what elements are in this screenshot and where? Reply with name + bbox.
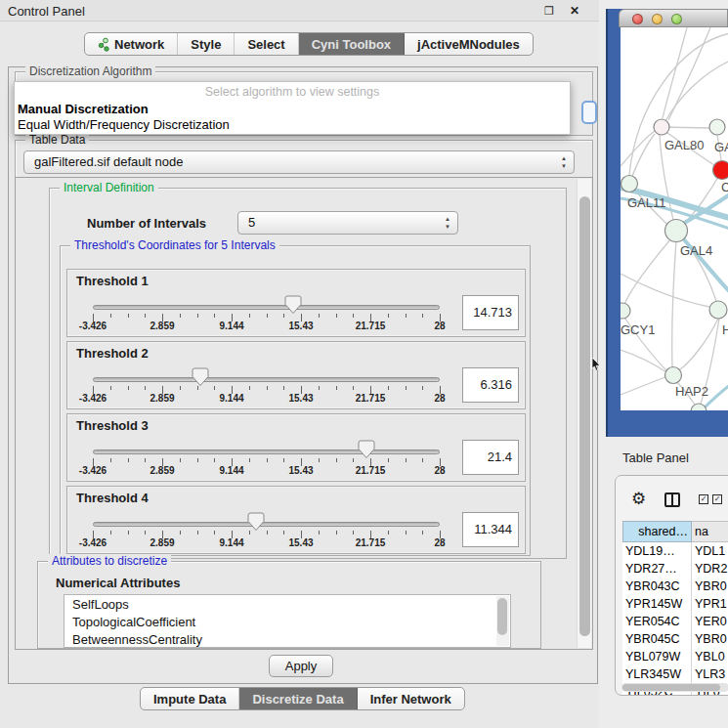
table-data-combobox[interactable]: galFiltered.sif default node ▲▼: [23, 150, 575, 174]
tab-style[interactable]: Style: [178, 33, 235, 55]
group-title: Attributes to discretize: [48, 554, 171, 568]
slider-tick: [145, 531, 146, 535]
table-row[interactable]: YLR345WYLR3: [622, 665, 728, 683]
tab-cyni-toolbox[interactable]: Cyni Toolbox: [299, 33, 405, 55]
table-horizontal-scrollbar[interactable]: [621, 683, 728, 692]
split-panel-icon[interactable]: [664, 492, 680, 507]
table-cell: YER054C: [622, 613, 692, 630]
network-window-titlebar[interactable]: [619, 9, 728, 27]
checkbox-icon[interactable]: ✓: [699, 494, 708, 504]
slider-tick: [319, 458, 320, 462]
network-node-red[interactable]: [713, 161, 728, 180]
close-traffic-light-icon[interactable]: [632, 14, 643, 24]
network-edge[interactable]: [663, 27, 687, 118]
maximize-traffic-light-icon[interactable]: [671, 14, 682, 24]
number-of-intervals-spinner[interactable]: 5 ▲▼: [237, 211, 458, 235]
column-header-shared-name[interactable]: shared…: [622, 521, 692, 542]
network-node-label: HAP2: [675, 384, 708, 399]
slider-tick: [214, 314, 215, 318]
network-node-h[interactable]: [709, 301, 727, 319]
network-node-gal[interactable]: [709, 119, 725, 135]
network-node-gal11[interactable]: [621, 176, 638, 193]
gear-icon[interactable]: ⚙: [631, 490, 646, 509]
group-title: Discretization Algorithm: [25, 64, 155, 78]
threshold-label: Threshold 3: [76, 418, 149, 433]
apply-button[interactable]: Apply: [269, 655, 333, 677]
slider-tick: [214, 386, 215, 390]
scrollbar-thumb[interactable]: [579, 196, 590, 636]
network-node-gcy1[interactable]: [621, 303, 630, 319]
scrollbar-thumb[interactable]: [622, 684, 720, 691]
attribute-list-item[interactable]: TopologicalCoefficient: [64, 613, 510, 630]
dropdown-placeholder: Select algorithm to view settings: [15, 85, 570, 99]
slider-track[interactable]: [93, 377, 440, 382]
attribute-list-item[interactable]: SelfLoops: [64, 595, 510, 613]
slider-tick-label: 21.715: [356, 537, 386, 548]
network-edge[interactable]: [629, 33, 728, 175]
float-window-icon[interactable]: ❒: [542, 4, 556, 18]
slider-tick: [128, 314, 129, 318]
table-row[interactable]: YDL19…YDL1: [622, 542, 728, 560]
checkbox-icon[interactable]: ✓: [712, 494, 722, 504]
table-cell: YBL079W: [622, 648, 692, 665]
attributes-scrollbar[interactable]: [496, 596, 509, 646]
settings-vertical-scrollbar[interactable]: [577, 179, 591, 648]
network-edge[interactable]: [621, 274, 709, 307]
network-view-window[interactable]: GAL80GACGAL11GAL4GCY1HHAP2: [606, 9, 728, 437]
tab-impute-data[interactable]: Impute Data: [141, 688, 239, 709]
column-header-name[interactable]: na: [692, 521, 728, 542]
slider-track[interactable]: [93, 450, 440, 454]
dropdown-option-manual[interactable]: Manual Discretization: [18, 102, 149, 116]
slider-thumb[interactable]: [284, 295, 302, 318]
table-cell: YBR043C: [622, 578, 692, 595]
table-data-value: galFiltered.sif default node: [34, 154, 183, 169]
minimize-traffic-light-icon[interactable]: [652, 14, 663, 24]
slider-thumb[interactable]: [247, 512, 265, 535]
threshold-value-field[interactable]: 11.344: [462, 512, 519, 547]
threshold-label: Threshold 2: [76, 346, 149, 361]
network-node-hap2[interactable]: [665, 367, 682, 384]
scrollbar-thumb[interactable]: [497, 598, 507, 635]
slider-tick: [336, 314, 337, 318]
network-node-gal4[interactable]: [665, 220, 688, 242]
network-edge[interactable]: [621, 350, 666, 372]
table-row[interactable]: YBR043CYBR0: [622, 578, 728, 595]
slider-track[interactable]: [93, 522, 440, 527]
slider-tick-label: 21.715: [356, 321, 386, 331]
network-node-label: GCY1: [621, 322, 655, 337]
network-node-label: H: [722, 322, 728, 337]
attribute-list-item[interactable]: BetweennessCentrality: [64, 630, 510, 648]
tab-discretize-data[interactable]: Discretize Data: [239, 688, 357, 709]
table-row[interactable]: YDR27…YDR2: [622, 560, 728, 578]
slider-thumb[interactable]: [358, 440, 375, 462]
tab-infer-network[interactable]: Infer Network: [358, 688, 464, 709]
dropdown-option-equal-width[interactable]: Equal Width/Frequency Discretization: [18, 117, 230, 132]
attributes-list: SelfLoopsTopologicalCoefficientBetweenne…: [64, 594, 511, 648]
slider-tick: [388, 386, 389, 390]
network-canvas[interactable]: GAL80GACGAL11GAL4GCY1HHAP2: [621, 27, 728, 410]
tab-jactivemnodules[interactable]: jActiveMNodules: [405, 33, 533, 55]
table-row[interactable]: YBR045CYBR0: [622, 630, 728, 648]
attributes-group: Attributes to discretize Numerical Attri…: [37, 561, 541, 649]
table-row[interactable]: YPR145WYPR1: [622, 595, 728, 613]
network-node-label: GA: [714, 140, 728, 154]
network-edge[interactable]: [680, 319, 718, 369]
threshold-value-field[interactable]: 14.713: [462, 295, 519, 330]
network-edge[interactable]: [621, 377, 665, 395]
network-edge[interactable]: [621, 131, 655, 166]
tab-network[interactable]: Network: [85, 33, 178, 55]
network-node-n9[interactable]: [691, 404, 707, 410]
mouse-cursor: [591, 358, 603, 371]
network-edge[interactable]: [672, 241, 676, 367]
close-icon[interactable]: ✕: [568, 4, 581, 18]
slider-thumb[interactable]: [192, 367, 209, 390]
table-row[interactable]: YBL079WYBL0: [622, 648, 728, 665]
threshold-value-field[interactable]: 21.4: [462, 440, 519, 475]
algorithm-combobox[interactable]: [581, 101, 597, 124]
slider-tick-label: 9.144: [219, 393, 243, 404]
table-row[interactable]: YER054CYER0: [622, 613, 728, 630]
tab-select[interactable]: Select: [235, 33, 298, 55]
network-node-gal80[interactable]: [654, 119, 669, 135]
slider-track[interactable]: [93, 305, 440, 310]
threshold-value-field[interactable]: 6.316: [462, 367, 519, 403]
